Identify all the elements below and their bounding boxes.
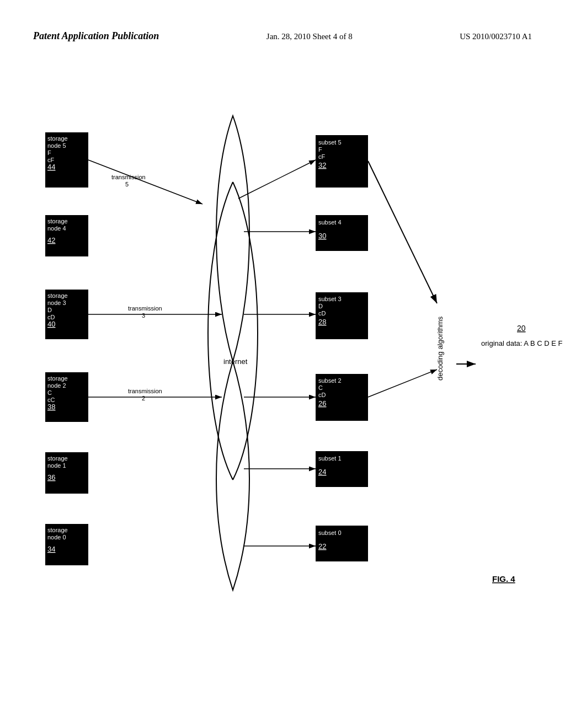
svg-line-70 bbox=[368, 370, 437, 397]
svg-text:24: 24 bbox=[318, 468, 326, 476]
svg-text:original data: A  B  C  D  E  : original data: A B C D E F bbox=[481, 339, 562, 347]
svg-text:storage: storage bbox=[47, 292, 68, 299]
svg-text:40: 40 bbox=[47, 320, 55, 328]
svg-text:FIG. 4: FIG. 4 bbox=[492, 574, 515, 584]
diagram-area: storage node 0 34 storage node 1 36 stor… bbox=[33, 94, 543, 629]
svg-text:D: D bbox=[47, 307, 52, 313]
svg-text:subset 1: subset 1 bbox=[318, 455, 342, 462]
svg-text:internet: internet bbox=[223, 357, 248, 366]
svg-text:2: 2 bbox=[142, 395, 145, 402]
diagram-svg: storage node 0 34 storage node 1 36 stor… bbox=[33, 94, 543, 629]
svg-text:decoding algorithms: decoding algorithms bbox=[436, 316, 444, 381]
svg-text:transmission: transmission bbox=[128, 388, 162, 394]
header: Patent Application Publication Jan. 28, … bbox=[0, 30, 565, 42]
svg-text:storage: storage bbox=[47, 135, 68, 142]
svg-text:subset 4: subset 4 bbox=[318, 219, 342, 226]
svg-text:42: 42 bbox=[47, 236, 55, 244]
svg-text:node 4: node 4 bbox=[47, 225, 66, 232]
svg-text:F: F bbox=[318, 146, 322, 153]
svg-text:5: 5 bbox=[125, 181, 129, 188]
svg-text:node 0: node 0 bbox=[47, 534, 66, 540]
publication-number: US 2010/0023710 A1 bbox=[460, 32, 532, 41]
svg-text:node 1: node 1 bbox=[47, 462, 66, 469]
svg-line-45 bbox=[238, 160, 316, 199]
svg-text:34: 34 bbox=[47, 545, 55, 553]
svg-text:subset 3: subset 3 bbox=[318, 296, 342, 302]
svg-text:subset 5: subset 5 bbox=[318, 139, 342, 146]
svg-text:28: 28 bbox=[318, 318, 326, 326]
svg-text:cD: cD bbox=[318, 310, 326, 317]
publication-title: Patent Application Publication bbox=[33, 30, 159, 42]
svg-text:storage: storage bbox=[47, 455, 68, 462]
svg-text:node 2: node 2 bbox=[47, 382, 66, 389]
svg-text:cF: cF bbox=[318, 153, 326, 160]
svg-text:subset 0: subset 0 bbox=[318, 529, 342, 536]
svg-text:C: C bbox=[318, 384, 323, 391]
svg-text:D: D bbox=[318, 303, 323, 309]
svg-text:C: C bbox=[47, 389, 52, 396]
svg-text:3: 3 bbox=[142, 312, 145, 319]
svg-text:44: 44 bbox=[47, 163, 55, 171]
svg-text:30: 30 bbox=[318, 232, 326, 240]
svg-text:cD: cD bbox=[318, 392, 326, 398]
publication-date-sheet: Jan. 28, 2010 Sheet 4 of 8 bbox=[266, 32, 353, 41]
svg-text:node 5: node 5 bbox=[47, 142, 66, 149]
svg-line-71 bbox=[368, 161, 437, 303]
svg-text:22: 22 bbox=[318, 542, 326, 550]
svg-text:storage: storage bbox=[47, 527, 68, 533]
svg-text:38: 38 bbox=[47, 403, 55, 411]
svg-text:32: 32 bbox=[318, 161, 326, 169]
svg-text:storage: storage bbox=[47, 375, 68, 382]
svg-text:F: F bbox=[47, 149, 51, 156]
svg-text:storage: storage bbox=[47, 218, 68, 224]
svg-text:26: 26 bbox=[318, 399, 326, 408]
svg-text:subset 2: subset 2 bbox=[318, 377, 342, 384]
svg-text:20: 20 bbox=[517, 324, 526, 333]
svg-line-32 bbox=[88, 160, 202, 204]
svg-text:36: 36 bbox=[47, 473, 55, 481]
svg-text:transmission: transmission bbox=[111, 174, 146, 180]
svg-text:node 3: node 3 bbox=[47, 299, 66, 306]
svg-text:transmission: transmission bbox=[128, 305, 162, 312]
